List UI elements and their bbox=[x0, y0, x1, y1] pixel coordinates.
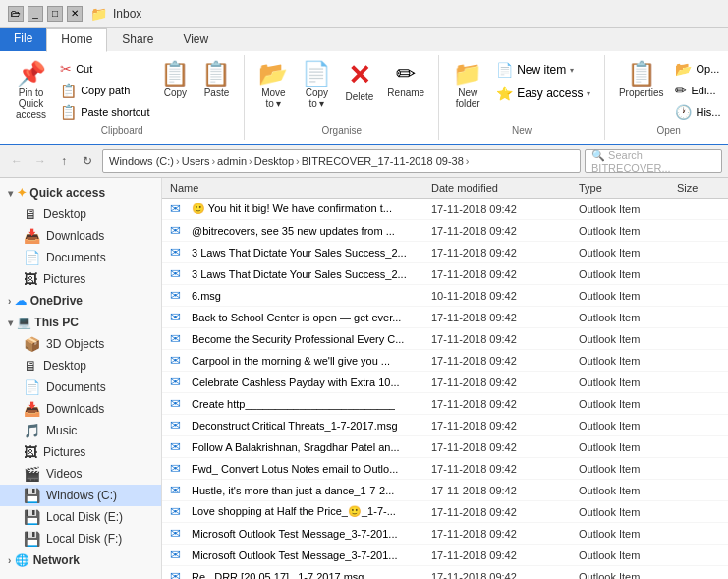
table-row[interactable]: ✉Become the Security Professional Every … bbox=[162, 328, 728, 350]
new-item-icon: 📄 bbox=[496, 62, 513, 78]
copy-icon: 📋 bbox=[160, 62, 190, 86]
close-icon[interactable]: ✕ bbox=[67, 6, 83, 22]
sidebar-item-windows-c[interactable]: 💾 Windows (C:) bbox=[0, 485, 161, 506]
properties-label: Properties bbox=[619, 87, 664, 98]
tab-view[interactable]: View bbox=[168, 28, 223, 51]
sidebar-item-music[interactable]: 🎵 Music bbox=[0, 420, 161, 441]
history-button[interactable]: 🕐 His... bbox=[671, 102, 724, 122]
file-name-text: Carpool in the morning & we'll give you … bbox=[192, 355, 390, 367]
open-button[interactable]: 📂 Op... bbox=[671, 59, 724, 79]
sidebar-item-pictures2[interactable]: 🖼 Pictures bbox=[0, 441, 161, 463]
move-to-label: Moveto ▾ bbox=[261, 87, 285, 109]
network-chevron: › bbox=[8, 555, 11, 566]
tab-file[interactable]: File bbox=[0, 28, 46, 51]
easy-access-button[interactable]: ⭐ Easy access ▾ bbox=[490, 83, 596, 104]
table-row[interactable]: ✉Microsoft Outlook Test Message_3-7-201.… bbox=[162, 545, 728, 566]
rename-label: Rename bbox=[387, 87, 424, 98]
edit-button[interactable]: ✏ Edi... bbox=[671, 81, 724, 100]
table-row[interactable]: ✉🙂 You hit it big! We have confirmation … bbox=[162, 199, 728, 220]
sidebar-section-onedrive[interactable]: › ☁ OneDrive bbox=[0, 290, 161, 312]
file-name-text: Microsoft Outlook Test Message_3-7-201..… bbox=[192, 550, 398, 561]
table-row[interactable]: ✉Celebrate Cashless Payday with Extra 10… bbox=[162, 372, 728, 393]
sidebar-item-3d-objects[interactable]: 📦 3D Objects bbox=[0, 333, 161, 355]
table-row[interactable]: ✉Follow A Balakrishnan, Sragdhar Patel a… bbox=[162, 436, 728, 458]
rename-button[interactable]: ✏ Rename bbox=[381, 59, 430, 101]
maximize-icon[interactable]: □ bbox=[47, 6, 63, 22]
window-title: Inbox bbox=[113, 7, 141, 21]
file-name-text: 3 Laws That Dictate Your Sales Success_2… bbox=[192, 247, 407, 259]
sidebar-item-local-e[interactable]: 💾 Local Disk (E:) bbox=[0, 506, 161, 528]
address-part-admin[interactable]: admin bbox=[217, 155, 247, 167]
up-button[interactable]: ↑ bbox=[53, 150, 75, 172]
table-row[interactable]: ✉6.msg10-11-2018 09:42Outlook Item bbox=[162, 285, 728, 307]
forward-button[interactable]: → bbox=[29, 150, 51, 172]
minimize-icon[interactable]: _ bbox=[28, 6, 43, 22]
table-row[interactable]: ✉Hustle, it's more than just a dance_1-7… bbox=[162, 480, 728, 501]
copy-button[interactable]: 📋 Copy bbox=[155, 59, 195, 101]
table-row[interactable]: ✉3 Laws That Dictate Your Sales Success_… bbox=[162, 263, 728, 285]
tab-home[interactable]: Home bbox=[46, 28, 107, 52]
col-header-date[interactable]: Date modified bbox=[423, 178, 571, 198]
table-row[interactable]: ✉Back to School Center is open — get eve… bbox=[162, 307, 728, 328]
sidebar-item-pictures[interactable]: 🖼 Pictures bbox=[0, 268, 161, 290]
sidebar-item-downloads2[interactable]: 📥 Downloads bbox=[0, 398, 161, 420]
table-row[interactable]: ✉@bitrecovers, see 35 new updates from .… bbox=[162, 220, 728, 242]
file-name-cell: ✉Carpool in the morning & we'll give you… bbox=[162, 351, 423, 370]
sidebar-item-downloads[interactable]: 📥 Downloads bbox=[0, 225, 161, 247]
file-size-cell bbox=[669, 380, 728, 384]
sidebar-item-local-f[interactable]: 💾 Local Disk (F:) bbox=[0, 528, 161, 550]
table-row[interactable]: ✉Carpool in the morning & we'll give you… bbox=[162, 350, 728, 372]
network-label: Network bbox=[33, 553, 80, 567]
quick-access-chevron: ▾ bbox=[8, 188, 13, 199]
open-items: 📋 Properties 📂 Op... ✏ Edi... 🕐 His... bbox=[613, 59, 725, 123]
address-part-users[interactable]: Users bbox=[182, 155, 210, 167]
copy-to-button[interactable]: 📄 Copyto ▾ bbox=[296, 59, 337, 112]
sidebar-item-documents[interactable]: 📄 Documents bbox=[0, 247, 161, 268]
table-row[interactable]: ✉3 Laws That Dictate Your Sales Success_… bbox=[162, 242, 728, 263]
refresh-button[interactable]: ↻ bbox=[77, 150, 98, 172]
col-header-type[interactable]: Type bbox=[571, 178, 669, 198]
table-row[interactable]: ✉Create http_________________________17-… bbox=[162, 393, 728, 415]
new-group-label: New bbox=[512, 123, 532, 136]
paste-button[interactable]: 📋 Paste bbox=[196, 59, 236, 101]
sidebar-section-quick-access[interactable]: ▾ ✦ Quick access bbox=[0, 182, 161, 203]
table-row[interactable]: ✉Deconstruct Critical Threats_1-7-2017.m… bbox=[162, 415, 728, 436]
table-row[interactable]: ✉Love shopping at Half the Price_🙂_1-7-.… bbox=[162, 501, 728, 523]
move-to-button[interactable]: 📂 Moveto ▾ bbox=[252, 59, 294, 112]
sidebar-item-desktop[interactable]: 🖥 Desktop bbox=[0, 203, 161, 225]
search-bar[interactable]: 🔍 Search BITRECOVER... bbox=[585, 149, 722, 173]
tab-share[interactable]: Share bbox=[107, 28, 168, 51]
pictures2-icon: 🖼 bbox=[24, 444, 37, 460]
properties-button[interactable]: 📋 Properties bbox=[613, 59, 670, 101]
address-part-desktop[interactable]: Desktop bbox=[254, 155, 294, 167]
file-name-text: Back to School Center is open — get ever… bbox=[192, 312, 401, 323]
sidebar-item-desktop2[interactable]: 🖥 Desktop bbox=[0, 355, 161, 376]
history-label: His... bbox=[696, 106, 720, 118]
col-header-name[interactable]: Name bbox=[162, 178, 423, 198]
sidebar-item-documents2[interactable]: 📄 Documents bbox=[0, 376, 161, 398]
file-name-cell: ✉Create http_________________________ bbox=[162, 394, 423, 413]
pin-to-quick-access-button[interactable]: 📌 Pin to Quickaccess bbox=[8, 59, 54, 123]
sidebar-item-documents2-label: Documents bbox=[46, 380, 106, 394]
onedrive-chevron: › bbox=[8, 296, 11, 307]
cut-button[interactable]: ✂ Cut bbox=[56, 59, 153, 79]
address-part-bitrecover[interactable]: BITRECOVER_17-11-2018 09-38 bbox=[302, 155, 464, 167]
new-item-button[interactable]: 📄 New item ▾ bbox=[490, 59, 596, 81]
table-row[interactable]: ✉Microsoft Outlook Test Message_3-7-201.… bbox=[162, 523, 728, 545]
file-name-cell: ✉Back to School Center is open — get eve… bbox=[162, 308, 423, 326]
paste-shortcut-button[interactable]: 📋 Paste shortcut bbox=[56, 102, 153, 122]
delete-button[interactable]: ✕ Delete bbox=[339, 59, 379, 105]
address-part-windows[interactable]: Windows (C:) bbox=[109, 155, 174, 167]
sidebar-section-this-pc[interactable]: ▾ 💻 This PC bbox=[0, 312, 161, 333]
file-date-cell: 17-11-2018 09:42 bbox=[423, 353, 571, 369]
sidebar-item-videos[interactable]: 🎬 Videos bbox=[0, 463, 161, 485]
new-folder-button[interactable]: 📁 Newfolder bbox=[447, 59, 488, 112]
address-bar[interactable]: Windows (C:) › Users › admin › Desktop ›… bbox=[102, 149, 581, 173]
table-row[interactable]: ✉Fwd_ Convert Lotus Notes email to Outlo… bbox=[162, 458, 728, 480]
table-row[interactable]: ✉Re_ DRR [20 05 17]_ 1-7 2017.msg17-11-2… bbox=[162, 566, 728, 579]
copy-path-button[interactable]: 📋 Copy path bbox=[56, 81, 153, 100]
pictures-icon: 🖼 bbox=[24, 271, 37, 287]
col-header-size[interactable]: Size bbox=[669, 178, 728, 198]
back-button[interactable]: ← bbox=[6, 150, 28, 172]
sidebar-section-network[interactable]: › 🌐 Network bbox=[0, 550, 161, 571]
